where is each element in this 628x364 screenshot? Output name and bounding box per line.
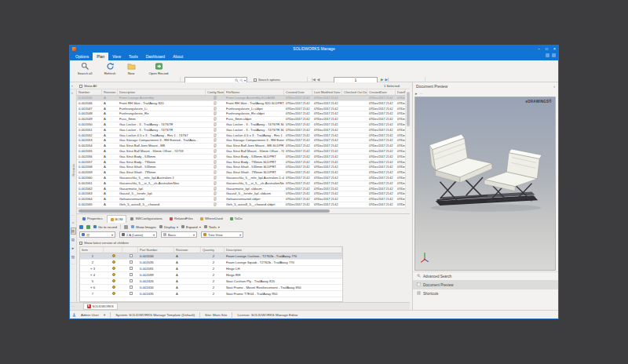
table-row[interactable]: 0-002050AGas Locker - 3 - TrailAway - 74… <box>77 122 405 128</box>
scrollbar-thumb[interactable] <box>78 209 330 213</box>
table-row[interactable]: 0-002048AFuehrungsleiste_Re@Fuehrungslei… <box>77 111 405 117</box>
table-row[interactable]: 0-002056AGas Strut Body - 535mm@Gas Stru… <box>77 155 405 160</box>
ribbon-button-refresh[interactable]: Refresh <box>100 62 120 79</box>
table-row[interactable]: 0-002062AGasarmatur_kpl.@Gasarmatur_kpl.… <box>77 187 405 192</box>
processes-module-icon[interactable]: ► <box>71 245 76 252</box>
table-row[interactable]: 0-002054AGas Strut Ball Joint Mount - M8… <box>77 144 405 149</box>
column-header-createddate[interactable]: CreatedDate <box>367 89 396 95</box>
expand-plus-icon[interactable]: + <box>90 267 93 271</box>
chevron-right-icon[interactable]: › <box>553 83 555 90</box>
tab-relatedfiles[interactable]: RelatedFiles <box>166 215 196 223</box>
home-module-icon[interactable]: ⌂ <box>71 219 76 226</box>
table-row[interactable]: 0-002064AGehaeusemantel@Gehaeusemantel.s… <box>77 197 405 202</box>
panel-item-shortcuts[interactable]: Shortcuts <box>413 289 558 297</box>
tab-bom[interactable]: BOM <box>107 215 127 223</box>
table-row[interactable]: 0-002058AGas Strut Shaft - 535mm@Gas Str… <box>77 165 405 170</box>
collapse-panel-icon[interactable]: › <box>71 82 73 89</box>
go-to-record-button[interactable]: Go to record <box>93 225 117 229</box>
bom-row-checkbox[interactable] <box>130 286 133 289</box>
table-row[interactable]: 0-002055AGas Strut Ball Mount - 30mm Off… <box>77 149 405 155</box>
column-header-number[interactable]: Number <box>77 89 102 95</box>
reports-module-icon[interactable]: ▨ <box>71 253 76 260</box>
table-row[interactable]: 0-002047AFuehrungsleiste_Li@Fuehrungslei… <box>77 107 405 112</box>
more-tabs-icon[interactable]: ⋯ <box>71 304 75 308</box>
preview-more-icon[interactable]: ⋯ <box>420 92 424 96</box>
ribbon-button-new[interactable]: New <box>122 62 141 79</box>
panel-item-document-preview[interactable]: Document Preview <box>413 280 558 289</box>
table-row[interactable]: 0-002060AGasanschlu_5__rohr_kpl.Australi… <box>77 176 405 181</box>
column-header-filename[interactable]: FileName <box>225 89 284 95</box>
show-all-checkbox[interactable] <box>79 85 82 88</box>
refresh-small-icon[interactable] <box>79 225 83 229</box>
vertical-scrollbar[interactable] <box>405 89 410 208</box>
bom-type-combo[interactable]: Basic▾ <box>161 231 197 238</box>
menu-tab-dashboard[interactable]: Dashboard <box>142 53 169 60</box>
table-row[interactable]: 0-002045AFront Lounge Assembly@Front Lou… <box>77 96 405 101</box>
documents-module-icon[interactable]: ▤ <box>71 236 76 243</box>
expand-plus-icon[interactable]: + <box>90 273 93 277</box>
display-menu-button[interactable]: Display▾ <box>159 225 178 229</box>
menu-tab-view[interactable]: View <box>108 53 125 60</box>
search-options-checkbox[interactable] <box>254 78 257 82</box>
bom-row-checkbox[interactable] <box>130 279 133 282</box>
bom-row[interactable]: 70-002435A2Seat Frame T7E04 - TrailAway … <box>80 291 342 297</box>
ribbon-collapse-icon[interactable] <box>546 53 550 57</box>
show-images-button[interactable]: Show Images <box>131 225 156 229</box>
bom-row-checkbox[interactable] <box>130 267 133 270</box>
expand-plus-icon[interactable]: + <box>90 286 93 289</box>
expand-menu-button[interactable]: Expand▾ <box>181 225 201 229</box>
bom-row-checkbox[interactable] <box>130 260 133 264</box>
maximize-icon[interactable]: □ <box>546 46 548 53</box>
table-row[interactable]: 0-002059AGas Strut Shaft - 795mm@Gas Str… <box>77 170 405 176</box>
ribbon-button-open-record[interactable]: Open Record <box>142 62 175 79</box>
table-row[interactable]: 0-002061AGasanschlu_5__st_5__ch-Australi… <box>77 181 405 187</box>
column-header-description[interactable]: Description <box>118 89 206 95</box>
ribbon-button-search-all[interactable]: Search all <box>73 62 97 79</box>
export-icon[interactable] <box>86 225 90 229</box>
records-module-icon[interactable]: ▦ <box>71 228 76 235</box>
minimize-icon[interactable]: − <box>538 46 540 53</box>
latest-version-checkbox[interactable]: ✓ <box>79 242 82 245</box>
column-header-datemodified[interactable]: DateModified <box>396 89 405 95</box>
menu-tab-plan[interactable]: Plan <box>93 53 108 60</box>
bom-row-checkbox[interactable] <box>130 254 133 257</box>
menu-tab-tools[interactable]: Tools <box>125 53 142 60</box>
bom-variant-combo[interactable]: @▾ <box>79 231 115 238</box>
panel-item-advanced-search[interactable]: Advanced Search <box>413 271 558 280</box>
edrawings-preview[interactable]: eDRAWINGS® <box>414 96 556 271</box>
tools-menu-button[interactable]: Tools▾ <box>204 225 220 229</box>
bom-row-checkbox[interactable] <box>130 273 133 276</box>
horizontal-scrollbar[interactable] <box>77 208 405 213</box>
column-header-checked-out-date[interactable]: Checked Out Date <box>342 89 367 95</box>
edit-pencil-icon[interactable] <box>124 225 128 229</box>
title-bar[interactable]: SOLIDWORKS Manage − □ × <box>70 46 558 53</box>
tab-properties[interactable]: Properties <box>79 215 106 223</box>
scrollbar-thumb[interactable] <box>407 92 410 126</box>
user-dropdown-icon[interactable]: ▾ <box>104 313 105 317</box>
menu-tab-about[interactable]: About <box>169 53 187 60</box>
tab-swconfigurations[interactable]: SWConfigurations <box>127 215 166 223</box>
solidworks-window-tab[interactable]: S SOLIDWORKS <box>83 303 118 310</box>
column-header-last-modified-date[interactable]: Last Modified Date <box>312 89 342 95</box>
menu-tab-options[interactable]: Options <box>71 53 93 60</box>
bom-row-checkbox[interactable] <box>130 292 133 295</box>
tab-todo[interactable]: ToDo <box>227 215 246 223</box>
table-row[interactable]: 0-002063AGaszuf_5__hrrohr_kpl.@Gaszuf_5_… <box>77 191 405 197</box>
help-icon[interactable] <box>552 53 556 57</box>
tab-whereused[interactable]: WhereUsed <box>197 215 226 223</box>
close-icon[interactable]: × <box>553 46 556 53</box>
column-header-config-name[interactable]: Config Name <box>206 89 225 95</box>
table-row[interactable]: 0-002052AGas Locker 4-5 x 3 - TrailAway … <box>77 133 405 139</box>
table-row[interactable]: 0-002046AFront RH Skirt - TrailAway 820@… <box>77 101 405 107</box>
table-row[interactable]: 0-002057AGas Strut Body - 795mm@Gas Stru… <box>77 160 405 166</box>
table-row[interactable]: 0-002051AGas Locker - 3 - TrailAway - 74… <box>77 128 405 133</box>
table-row[interactable]: 0-002053AGas Storage Compartment 3 - RH … <box>77 138 405 144</box>
bom-view-combo[interactable]: Tree View▾ <box>201 231 243 238</box>
records-side-strip[interactable]: › Records <box>70 89 77 213</box>
table-row[interactable]: 0-002065AGeh_5_ause4l_5__chwand@Geh_5_au… <box>77 202 405 208</box>
expand-panel-icon[interactable]: › <box>71 89 73 96</box>
table-row[interactable]: 0-002049AFuss_8mm@Fuss_8mm.sldprt07/Dec/… <box>77 117 405 122</box>
more-modules-icon[interactable]: ⋯ <box>70 262 76 266</box>
current-user[interactable]: Admin User <box>81 313 99 317</box>
more-modules-icon[interactable]: ⋯ <box>70 213 76 217</box>
